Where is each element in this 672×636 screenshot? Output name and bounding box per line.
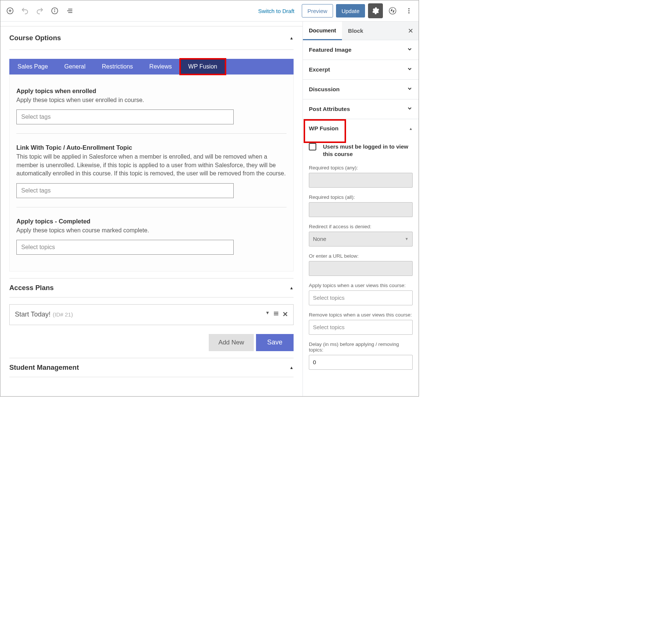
required-any-input[interactable] — [309, 173, 413, 188]
caret-up-icon: ▲ — [409, 127, 413, 131]
caret-up-icon: ▲ — [289, 36, 294, 40]
settings-sidebar: Document Block ✕ Featured Image Excerpt … — [303, 22, 419, 396]
student-management-panel-header[interactable]: Student Management ▲ — [9, 358, 294, 377]
url-input[interactable] — [309, 261, 413, 276]
redo-icon[interactable] — [33, 4, 47, 18]
switch-to-draft-button[interactable]: Switch to Draft — [254, 5, 299, 17]
wp-fusion-tab-content: Apply topics when enrolled Apply these t… — [9, 74, 294, 271]
tab-restrictions[interactable]: Restrictions — [94, 59, 141, 74]
url-label: Or enter a URL below: — [309, 253, 413, 259]
caret-up-icon: ▲ — [289, 286, 294, 290]
required-all-input[interactable] — [309, 202, 413, 217]
settings-icon[interactable] — [368, 3, 383, 18]
panel-label: Featured Image — [309, 47, 352, 53]
completed-group: Apply topics - Completed Apply these top… — [16, 216, 287, 264]
panel-post-attributes[interactable]: Post Attributes — [303, 99, 419, 119]
undo-icon[interactable] — [18, 4, 32, 18]
close-sidebar-icon[interactable]: ✕ — [403, 27, 419, 35]
more-icon[interactable] — [402, 4, 416, 18]
panel-label: Discussion — [309, 86, 340, 93]
course-options-panel-header[interactable]: Course Options ▲ — [9, 26, 294, 50]
caret-up-icon: ▲ — [289, 365, 294, 370]
editor-canvas: Course Options ▲ Sales Page General Rest… — [0, 26, 303, 396]
add-new-button[interactable]: Add New — [209, 334, 254, 351]
completed-topics-input[interactable]: Select topics — [16, 240, 234, 255]
panel-label: Excerpt — [309, 66, 330, 73]
panel-title: Course Options — [9, 34, 61, 42]
redirect-select[interactable]: None ▼ — [309, 232, 413, 247]
link-topic-group: Link With Topic / Auto-Enrollment Topic … — [16, 143, 287, 207]
divider — [9, 297, 294, 298]
panel-title: Student Management — [9, 363, 79, 372]
svg-point-9 — [389, 7, 396, 14]
chevron-down-icon[interactable]: ▼ — [265, 310, 270, 319]
group-desc: Apply these topics when user enrolled in… — [16, 96, 287, 104]
remove-view-label: Remove topics when a user views this cou… — [309, 312, 413, 318]
sidebar-tabs: Document Block ✕ — [303, 22, 419, 40]
jetpack-icon[interactable] — [386, 4, 399, 18]
editor-toolbar: Switch to Draft Preview Update — [0, 0, 419, 22]
panel-label: WP Fusion — [309, 125, 339, 132]
delay-label: Delay (in ms) before applying / removing… — [309, 341, 413, 353]
wp-fusion-panel-body: Users must be logged in to view this cou… — [303, 138, 419, 375]
svg-point-11 — [408, 10, 409, 11]
chevron-down-icon: ▼ — [405, 237, 409, 241]
update-button[interactable]: Update — [336, 4, 365, 18]
svg-point-12 — [408, 12, 409, 13]
tab-block[interactable]: Block — [342, 22, 369, 40]
redirect-value: None — [313, 236, 326, 242]
chevron-down-icon — [407, 46, 413, 54]
link-tags-input[interactable]: Select tags — [16, 183, 234, 198]
required-any-label: Required topics (any): — [309, 165, 413, 171]
panel-excerpt[interactable]: Excerpt — [303, 60, 419, 80]
course-options-tabs: Sales Page General Restrictions Reviews … — [9, 59, 294, 74]
add-block-icon[interactable] — [3, 4, 17, 18]
group-desc: This topic will be applied in Salesforce… — [16, 153, 287, 178]
tab-sales-page[interactable]: Sales Page — [9, 59, 56, 74]
plan-id: (ID# 21) — [53, 311, 73, 318]
divider — [9, 377, 294, 377]
remove-view-input[interactable]: Select topics — [309, 320, 413, 335]
enrolled-tags-input[interactable]: Select tags — [16, 109, 234, 124]
panel-wp-fusion[interactable]: WP Fusion ▲ — [303, 119, 419, 138]
group-title: Apply topics - Completed — [16, 218, 287, 225]
outline-icon[interactable] — [63, 4, 76, 18]
logged-in-checkbox[interactable] — [309, 143, 316, 150]
chevron-down-icon — [407, 66, 413, 73]
save-button[interactable]: Save — [256, 334, 294, 351]
panel-discussion[interactable]: Discussion — [303, 80, 419, 99]
info-icon[interactable] — [48, 4, 61, 18]
drag-icon[interactable] — [273, 310, 279, 319]
panel-featured-image[interactable]: Featured Image — [303, 40, 419, 60]
svg-point-10 — [408, 8, 409, 9]
delay-input[interactable]: 0 — [309, 355, 413, 370]
access-plans-panel-header[interactable]: Access Plans ▲ — [9, 279, 294, 297]
tab-reviews[interactable]: Reviews — [141, 59, 180, 74]
group-title: Apply topics when enrolled — [16, 88, 287, 95]
tab-general[interactable]: General — [56, 59, 94, 74]
tab-document[interactable]: Document — [303, 22, 342, 40]
access-plan-row[interactable]: Start Today! (ID# 21) ▼ ✕ — [9, 304, 294, 325]
required-all-label: Required topics (all): — [309, 194, 413, 200]
apply-topics-enrolled-group: Apply topics when enrolled Apply these t… — [16, 86, 287, 134]
chevron-down-icon — [407, 105, 413, 113]
panel-title: Access Plans — [9, 284, 54, 292]
svg-point-5 — [55, 9, 55, 10]
tab-wp-fusion[interactable]: WP Fusion — [180, 59, 225, 74]
preview-button[interactable]: Preview — [302, 4, 333, 18]
group-desc: Apply these topics when course marked co… — [16, 226, 287, 235]
logged-in-label: Users must be logged in to view this cou… — [323, 143, 413, 158]
close-icon[interactable]: ✕ — [282, 310, 288, 319]
group-title: Link With Topic / Auto-Enrollment Topic — [16, 144, 287, 151]
plan-name: Start Today! — [15, 311, 51, 318]
apply-view-label: Apply topics when a user views this cour… — [309, 283, 413, 288]
apply-view-input[interactable]: Select topics — [309, 290, 413, 305]
panel-label: Post Attributes — [309, 106, 350, 112]
redirect-label: Redirect if access is denied: — [309, 224, 413, 229]
chevron-down-icon — [407, 86, 413, 93]
